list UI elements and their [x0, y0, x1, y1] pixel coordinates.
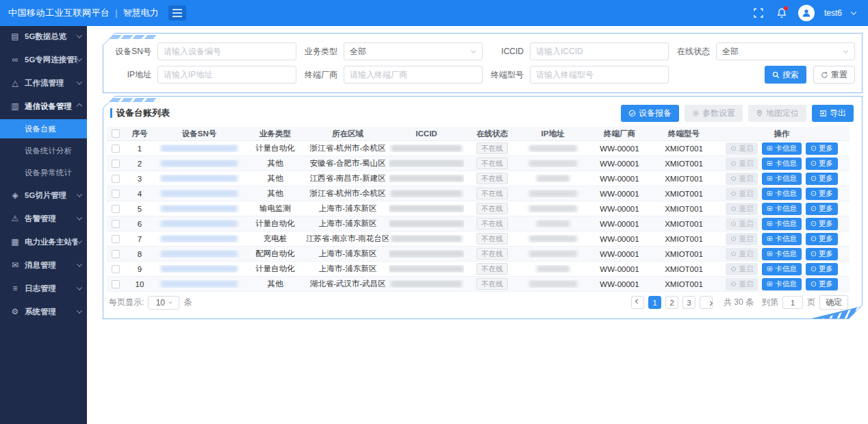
iccid-cell — [389, 235, 464, 242]
row-checkbox[interactable] — [112, 175, 120, 183]
card-info-button[interactable]: 卡信息 — [762, 158, 802, 170]
row-checkbox-cell — [107, 190, 125, 198]
sidebar-subitem[interactable]: 设备异常统计 — [0, 163, 87, 182]
per-page-select[interactable]: 10 — [148, 296, 179, 310]
power-station-icon: ▦ — [10, 237, 21, 247]
sidebar-item[interactable]: ⚠告警管理 — [0, 208, 87, 229]
redacted-ip — [529, 250, 577, 258]
card-info-button[interactable]: 卡信息 — [762, 278, 802, 290]
row-checkbox-cell — [107, 220, 125, 228]
vendor-input[interactable] — [344, 66, 483, 84]
sn-input[interactable] — [157, 42, 296, 60]
ip-cell — [520, 175, 585, 182]
region-cell: 上海市-浦东新区 — [307, 219, 389, 229]
more-button[interactable]: 更多 — [806, 233, 838, 245]
more-button[interactable]: 更多 — [806, 188, 838, 200]
more-button[interactable]: 更多 — [806, 248, 838, 260]
page-number-button[interactable]: 1 — [648, 296, 661, 309]
user-chevron-down-icon[interactable] — [851, 9, 856, 14]
hamburger-menu-icon[interactable] — [168, 5, 186, 21]
row-actions: 重启卡信息更多 — [726, 248, 838, 260]
sidebar-subitem[interactable]: 设备统计分析 — [0, 141, 87, 160]
sidebar-item[interactable]: ≡日志管理 — [0, 278, 87, 299]
select-all-checkbox[interactable] — [112, 129, 120, 138]
card-info-button[interactable]: 卡信息 — [762, 203, 802, 215]
iccid-label: ICCID — [483, 47, 524, 56]
model-label: 终端型号 — [483, 69, 524, 81]
more-circle-icon — [810, 236, 817, 242]
row-checkbox[interactable] — [112, 250, 120, 258]
status-cell: 不在线 — [464, 263, 520, 275]
redacted-iccid — [391, 235, 462, 242]
sidebar-item[interactable]: ▤5G数据总览 — [0, 26, 87, 47]
card-info-button[interactable]: 卡信息 — [762, 173, 802, 185]
more-button[interactable]: 更多 — [806, 158, 838, 170]
sidebar-item[interactable]: ▦电力业务主站管理 — [0, 232, 87, 252]
prev-page-button[interactable] — [631, 296, 644, 309]
sidebar-item[interactable]: ∞5G专网连接管理 — [0, 49, 87, 70]
more-button[interactable]: 更多 — [806, 218, 838, 230]
more-button[interactable]: 更多 — [806, 278, 838, 290]
operations-cell: 重启卡信息更多 — [714, 158, 850, 170]
seq-cell: 2 — [125, 160, 155, 168]
corner-stripes-decoration — [111, 98, 155, 102]
redacted-iccid — [389, 220, 464, 227]
row-checkbox[interactable] — [112, 205, 120, 213]
more-button[interactable]: 更多 — [806, 173, 838, 185]
card-info-button[interactable]: 卡信息 — [762, 218, 802, 230]
card-info-button[interactable]: 卡信息 — [762, 142, 802, 155]
sidebar-item[interactable]: ▥通信设备管理 — [0, 96, 87, 116]
search-button[interactable]: 搜索 — [765, 66, 806, 84]
model-input[interactable] — [530, 66, 669, 84]
redacted-sn — [161, 175, 238, 182]
redacted-ip — [537, 175, 570, 182]
device-report-button[interactable]: 设备报备 — [621, 105, 679, 122]
ip-input[interactable] — [157, 66, 296, 84]
table-panel: 设备台账列表 设备报备 参数设置 — [103, 96, 863, 319]
row-checkbox[interactable] — [112, 220, 120, 228]
iccid-input[interactable] — [530, 42, 669, 60]
online-status-select[interactable]: 全部 — [716, 42, 855, 60]
panel-title: 设备台账列表 — [110, 107, 170, 119]
next-page-button[interactable] — [700, 296, 713, 309]
row-checkbox[interactable] — [112, 190, 120, 198]
card-info-button[interactable]: 卡信息 — [762, 263, 802, 275]
more-button[interactable]: 更多 — [806, 263, 838, 275]
row-checkbox[interactable] — [112, 145, 120, 153]
card-info-button[interactable]: 卡信息 — [762, 233, 802, 245]
redacted-ip — [529, 160, 577, 167]
notification-bell-icon[interactable] — [775, 6, 789, 20]
sim-card-icon — [767, 190, 773, 197]
row-checkbox[interactable] — [112, 280, 120, 288]
redacted-sn — [161, 160, 238, 167]
model-cell: XMIOT001 — [654, 160, 714, 168]
business-type-select[interactable]: 全部 — [344, 42, 483, 60]
more-button[interactable]: 更多 — [806, 142, 838, 155]
seq-cell: 5 — [125, 205, 155, 213]
sim-card-icon — [767, 281, 773, 287]
header-checkbox-cell — [107, 129, 125, 138]
fullscreen-icon[interactable] — [752, 6, 765, 20]
card-info-button[interactable]: 卡信息 — [762, 188, 802, 200]
reset-button[interactable]: 重置 — [813, 66, 855, 84]
more-button[interactable]: 更多 — [806, 203, 838, 215]
sidebar-subitem[interactable]: 设备台账 — [0, 119, 87, 138]
check-circle-icon — [628, 110, 636, 117]
row-checkbox[interactable] — [112, 235, 120, 243]
sidebar-item[interactable]: △工作流管理 — [0, 73, 87, 93]
model-cell: XMIOT001 — [654, 145, 714, 153]
confirm-button[interactable]: 确定 — [819, 295, 848, 310]
export-button[interactable]: 导出 — [812, 105, 854, 122]
row-checkbox[interactable] — [112, 265, 120, 273]
card-info-button[interactable]: 卡信息 — [762, 248, 802, 260]
row-checkbox[interactable] — [112, 160, 120, 168]
goto-page-input[interactable] — [782, 296, 803, 309]
sidebar-item[interactable]: ⚙系统管理 — [0, 301, 87, 322]
page-number-button[interactable]: 2 — [665, 296, 678, 309]
username[interactable]: test6 — [824, 8, 842, 18]
redacted-sn — [161, 220, 238, 227]
page-number-button[interactable]: 3 — [682, 296, 695, 309]
sidebar-item[interactable]: ◈5G切片管理 — [0, 185, 87, 205]
avatar[interactable] — [798, 5, 815, 21]
sidebar-item[interactable]: ✉消息管理 — [0, 255, 87, 275]
